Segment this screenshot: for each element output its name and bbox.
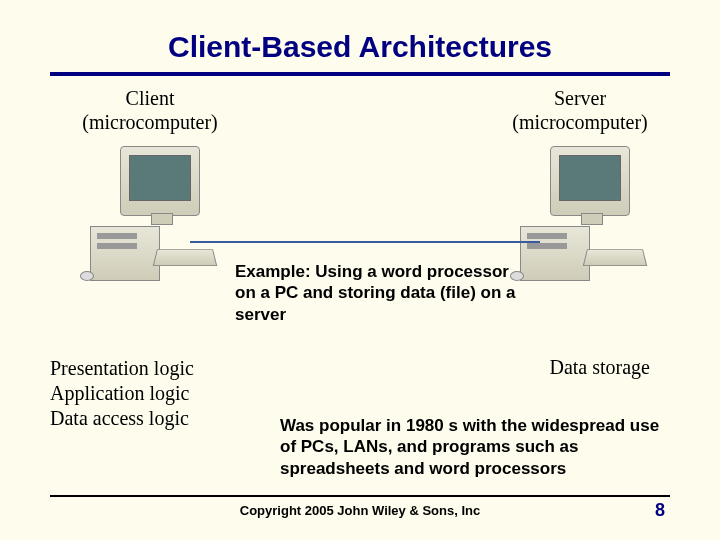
client-label: Client (microcomputer) [60,86,240,134]
server-role: Data storage [549,356,650,379]
client-heading: Client [126,87,175,109]
architecture-diagram: Client (microcomputer) Server (microcomp… [50,86,670,386]
footer-divider [50,495,670,497]
server-computer-icon [510,146,650,286]
tower-icon [520,226,590,281]
network-connection-line [190,241,540,243]
client-sub: (microcomputer) [82,111,218,133]
slide-title: Client-Based Architectures [0,0,720,72]
popularity-note: Was popular in 1980 s with the widesprea… [280,415,670,479]
server-label: Server (microcomputer) [490,86,670,134]
keyboard-icon [583,249,648,266]
keyboard-icon [153,249,218,266]
monitor-icon [550,146,630,216]
tower-icon [90,226,160,281]
client-computer-icon [80,146,220,286]
title-underline [50,72,670,76]
list-item: Presentation logic [50,356,194,381]
list-item: Application logic [50,381,194,406]
server-heading: Server [554,87,606,109]
mouse-icon [80,271,94,281]
copyright-text: Copyright 2005 John Wiley & Sons, Inc [0,503,720,518]
page-number: 8 [655,500,665,521]
example-caption: Example: Using a word processor on a PC … [235,261,525,325]
list-item: Data access logic [50,406,194,431]
monitor-icon [120,146,200,216]
server-sub: (microcomputer) [512,111,648,133]
client-logic-list: Presentation logic Application logic Dat… [50,356,194,431]
